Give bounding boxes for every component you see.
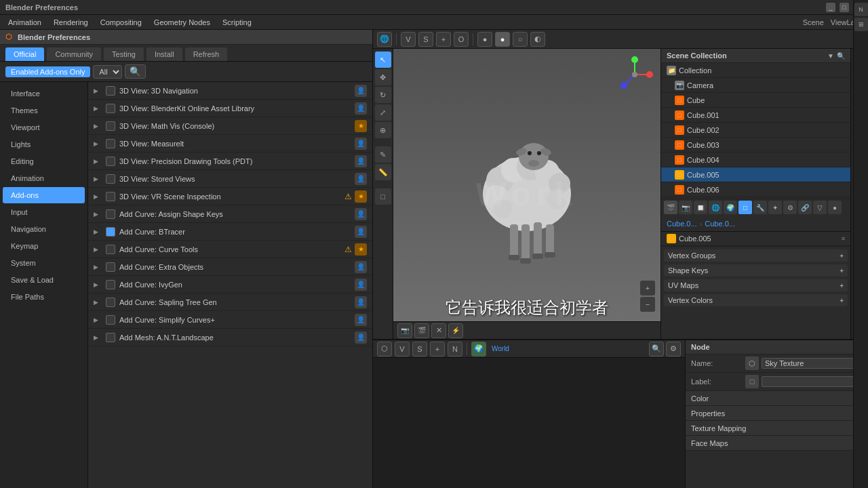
node-name-input[interactable] xyxy=(762,358,863,369)
addon-user-icon[interactable]: 👤 xyxy=(355,208,367,220)
addon-checkbox[interactable] xyxy=(106,174,115,184)
addon-user-icon[interactable]: 👤 xyxy=(355,296,367,308)
breadcrumb-item2[interactable]: Cube.0... xyxy=(705,220,735,228)
sidebar-item-animation[interactable]: Animation xyxy=(3,170,85,186)
addon-checkbox[interactable] xyxy=(106,333,115,342)
constraints-props-button[interactable]: 🔗 xyxy=(798,201,812,214)
addon-user-icon[interactable]: 👤 xyxy=(355,85,367,97)
addon-arrow[interactable]: ▶ xyxy=(94,211,102,218)
3d-viewport[interactable]: Work 它告诉我很适合初学者 It tells me well suitabl… xyxy=(393,49,660,339)
addon-arrow[interactable]: ▶ xyxy=(94,176,102,182)
breadcrumb-item1[interactable]: Cube.0... xyxy=(667,220,697,228)
addon-user-icon[interactable]: 👤 xyxy=(355,261,367,273)
addon-checkbox[interactable] xyxy=(106,315,115,325)
addon-arrow[interactable]: ▶ xyxy=(94,105,102,112)
sidebar-item-lights[interactable]: Lights xyxy=(3,136,85,152)
tab-testing[interactable]: Testing xyxy=(104,47,144,61)
sidebar-item-system[interactable]: System xyxy=(3,255,85,271)
object-button[interactable]: O xyxy=(454,32,469,47)
addon-special-icon[interactable]: ★ xyxy=(355,243,367,256)
filter-dropdown[interactable]: All xyxy=(93,65,122,79)
sidebar-item-file-paths[interactable]: File Paths xyxy=(3,289,85,305)
addon-arrow[interactable]: ▶ xyxy=(94,228,102,235)
render-preview-button[interactable]: 🎬 xyxy=(414,323,429,338)
tool-sidebar-toggle[interactable]: ⊞ xyxy=(854,18,868,31)
outliner-item-camera[interactable]: 📷 Camera xyxy=(661,78,850,93)
mode-button[interactable]: ● xyxy=(477,32,492,47)
view-layer-props-button[interactable]: 🔲 xyxy=(694,201,707,214)
menu-animation[interactable]: Animation xyxy=(3,17,47,28)
outliner-item-cube006[interactable]: □ Cube.006 xyxy=(661,182,850,197)
outliner-item-cube002[interactable]: □ Cube.002 xyxy=(661,123,850,138)
sidebar-item-interface[interactable]: Interface xyxy=(3,85,85,102)
addon-user-icon[interactable]: 👤 xyxy=(355,279,367,291)
addon-arrow[interactable]: ▶ xyxy=(94,299,102,306)
node-menu-button[interactable]: N xyxy=(448,342,462,357)
sidebar-item-addons[interactable]: Add-ons xyxy=(3,187,85,203)
select-button[interactable]: S xyxy=(418,32,433,47)
camera-view-button[interactable]: 📷 xyxy=(397,323,412,338)
menu-compositing[interactable]: Compositing xyxy=(95,17,147,28)
tab-install[interactable]: Install xyxy=(146,47,182,61)
node-editor-type-button[interactable]: ⬡ xyxy=(377,342,392,357)
modifier-props-button[interactable]: 🔧 xyxy=(753,201,767,214)
outliner-item-cube004[interactable]: □ Cube.004 xyxy=(661,152,850,167)
addon-arrow[interactable]: ▶ xyxy=(94,281,102,288)
sidebar-item-editing[interactable]: Editing xyxy=(3,153,85,169)
node-settings-button[interactable]: ⚙ xyxy=(666,342,681,357)
sidebar-item-input[interactable]: Input xyxy=(3,204,85,220)
addon-user-icon[interactable]: 👤 xyxy=(355,102,367,115)
node-select-button[interactable]: S xyxy=(412,342,427,357)
menu-rendering[interactable]: Rendering xyxy=(48,17,94,28)
outliner-item-collection[interactable]: 📁 Collection xyxy=(661,63,850,78)
outliner-item-cube[interactable]: □ Cube xyxy=(661,93,850,108)
viewport-shading-material[interactable]: ○ xyxy=(513,32,528,47)
vertex-groups-header[interactable]: Vertex Groups + xyxy=(664,249,848,262)
addon-user-icon[interactable]: 👤 xyxy=(355,138,367,150)
addon-checkbox[interactable] xyxy=(106,121,115,131)
zoom-in-button[interactable]: + xyxy=(640,281,655,296)
output-props-button[interactable]: 📷 xyxy=(679,201,692,214)
addon-arrow[interactable]: ▶ xyxy=(94,140,102,147)
outliner-item-cube003[interactable]: □ Cube.003 xyxy=(661,138,850,152)
viewport-gizmo[interactable] xyxy=(614,54,655,97)
addon-checkbox[interactable] xyxy=(106,192,115,201)
node-zoom-button[interactable]: 🔍 xyxy=(649,342,664,357)
tab-refresh[interactable]: Refresh xyxy=(185,47,228,61)
addon-checkbox[interactable] xyxy=(106,104,115,113)
addon-checkbox[interactable] xyxy=(106,298,115,307)
addon-arrow[interactable]: ▶ xyxy=(94,317,102,323)
texture-mapping-section-header[interactable]: Texture Mapping ▶ xyxy=(686,421,868,436)
face-maps-section-header[interactable]: Face Maps ▶ xyxy=(686,436,868,451)
tool-measure[interactable]: 📏 xyxy=(375,164,391,180)
properties-section-header[interactable]: Properties ▶ xyxy=(686,406,868,421)
addon-arrow[interactable]: ▶ xyxy=(94,123,102,129)
addon-checkbox[interactable] xyxy=(106,209,115,219)
viewport-shading-solid[interactable]: ● xyxy=(495,32,510,47)
addon-arrow[interactable]: ▶ xyxy=(94,193,102,200)
data-props-button[interactable]: ▽ xyxy=(813,201,827,214)
addon-checkbox[interactable] xyxy=(106,157,115,166)
addon-user-icon[interactable]: 👤 xyxy=(355,331,367,344)
material-props-button[interactable]: ● xyxy=(828,201,842,214)
addon-user-icon[interactable]: 👤 xyxy=(355,155,367,167)
world-props-button[interactable]: 🌍 xyxy=(724,201,737,214)
add-button[interactable]: + xyxy=(436,32,451,47)
object-options-button[interactable]: ≡ xyxy=(842,235,845,242)
physics-props-button[interactable]: ⚙ xyxy=(783,201,797,214)
addon-user-icon[interactable]: 👤 xyxy=(355,314,367,326)
addon-arrow[interactable]: ▶ xyxy=(94,246,102,253)
vertex-colors-header[interactable]: Vertex Colors + xyxy=(664,294,848,306)
particles-props-button[interactable]: ✦ xyxy=(768,201,782,214)
node-label-input[interactable] xyxy=(762,376,863,387)
maximize-button[interactable]: □ xyxy=(840,3,849,12)
addon-arrow[interactable]: ▶ xyxy=(94,158,102,165)
editor-type-button[interactable]: 🌐 xyxy=(377,32,392,47)
tool-move[interactable]: ✥ xyxy=(375,69,391,85)
sidebar-item-viewport[interactable]: Viewport xyxy=(3,119,85,136)
node-add-button[interactable]: + xyxy=(430,342,445,357)
addon-checkbox[interactable] xyxy=(106,262,115,272)
object-props-button[interactable]: □ xyxy=(738,201,752,214)
node-view-button[interactable]: V xyxy=(395,342,410,357)
tool-scale[interactable]: ⤢ xyxy=(375,104,391,121)
